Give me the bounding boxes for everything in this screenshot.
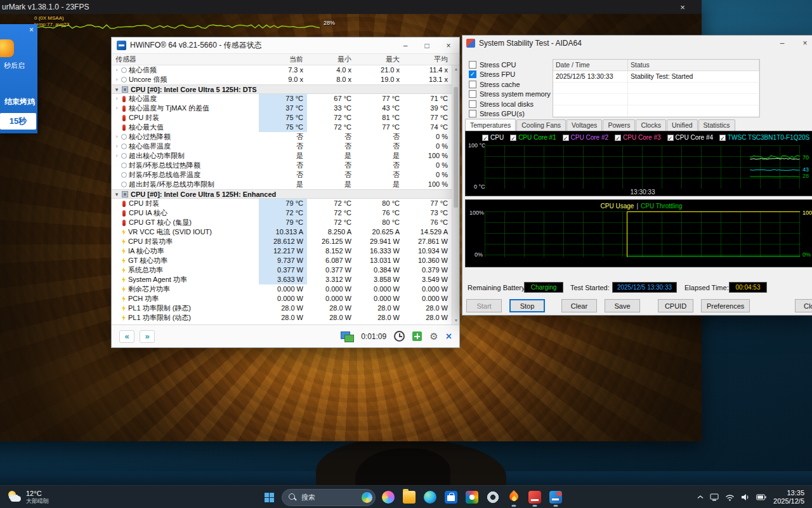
series-toggle[interactable]: ✓CPU Core #1 xyxy=(510,134,556,141)
sensor-row[interactable]: 核心最大值75 °C72 °C77 °C74 °C xyxy=(112,123,452,132)
start-button[interactable]: Start xyxy=(466,299,502,312)
close-sensors-icon[interactable]: × xyxy=(446,331,452,342)
clear-button[interactable]: Clear xyxy=(561,299,597,312)
sensor-row[interactable]: 封装/环形总线临界温度否否否0 % xyxy=(112,170,452,180)
furmark-titlebar[interactable]: urMark v1.38.1.0 - 23FPS × xyxy=(0,0,702,14)
sensor-row[interactable]: CPU 封装功率28.612 W26.125 W29.941 W27.861 W xyxy=(112,237,452,246)
tab-unified[interactable]: Unified xyxy=(667,119,698,131)
checkbox-icon[interactable] xyxy=(469,100,476,108)
column-sensor[interactable]: 传感器 xyxy=(112,55,259,64)
taskbar-app-copilot[interactable] xyxy=(378,487,398,507)
series-toggle[interactable]: ✓CPU Core #4 xyxy=(667,134,713,141)
taskbar-app-settings[interactable] xyxy=(483,487,502,507)
column-current[interactable]: 当前 xyxy=(259,55,307,64)
checkbox-icon[interactable]: ✓ xyxy=(719,135,726,141)
scrollbar-thumb[interactable] xyxy=(454,87,458,208)
sensor-row[interactable]: CPU GT 核心 (集显)79 °C72 °C80 °C76 °C xyxy=(112,218,452,227)
sensor-row[interactable]: 超出封装/环形总线功率限制是是是100 % xyxy=(112,180,452,189)
report-icon[interactable] xyxy=(412,331,422,341)
hwinfo-section-header[interactable]: ▾CPU [#0]: Intel Core Ultra 5 125H: DTS xyxy=(112,84,452,94)
sensor-row[interactable]: ›核心温度与 TjMAX 的差值37 °C33 °C43 °C39 °C xyxy=(112,104,452,113)
sensor-row[interactable]: PL1 功率限制 (静态)28.0 W28.0 W28.0 W28.0 W xyxy=(112,304,452,313)
close-icon[interactable]: × xyxy=(438,37,459,54)
sensors-icon[interactable] xyxy=(341,331,353,342)
tab-clocks[interactable]: Clocks xyxy=(636,119,666,131)
sensor-row[interactable]: CPU 封装75 °C72 °C81 °C77 °C xyxy=(112,113,452,123)
minimize-icon[interactable]: – xyxy=(395,37,416,54)
checkbox-icon[interactable] xyxy=(469,61,476,69)
sensor-row[interactable]: System Agent 功率3.633 W3.312 W3.858 W3.54… xyxy=(112,275,452,284)
close-icon[interactable]: × xyxy=(29,25,34,34)
vertical-scrollbar[interactable]: ▲ ▼ xyxy=(452,65,459,324)
sensor-row[interactable]: ›核心倍频7.3 x4.0 x21.0 x11.4 x xyxy=(112,65,452,75)
gear-icon[interactable]: ⚙ xyxy=(429,331,438,341)
stress-option[interactable]: Stress GPU(s) xyxy=(469,109,551,119)
helper-seconds-button[interactable]: 15秒 xyxy=(0,113,36,130)
stop-button[interactable]: Stop xyxy=(509,299,545,312)
checkbox-icon[interactable] xyxy=(469,90,476,98)
monitor-icon[interactable] xyxy=(707,488,722,506)
sensor-row[interactable]: ›核心温度73 °C67 °C77 °C71 °C xyxy=(112,94,452,104)
sensor-row[interactable]: VR VCC 电流 (SVID IOUT)10.313 A8.250 A20.6… xyxy=(112,227,452,237)
forward-icon[interactable]: » xyxy=(140,330,155,343)
sensor-row[interactable]: ›核心过热降额否否否0 % xyxy=(112,132,452,142)
sensor-row[interactable]: ›核心临界温度否否否0 % xyxy=(112,142,452,151)
sensor-row[interactable]: CPU IA 核心72 °C72 °C76 °C73 °C xyxy=(112,208,452,218)
sensor-row[interactable]: PL1 功率限制 (动态)28.0 W28.0 W28.0 W28.0 W xyxy=(112,313,452,323)
checkbox-icon[interactable]: ✓ xyxy=(482,135,488,141)
stress-option[interactable]: ✓Stress FPU xyxy=(469,70,551,80)
preferences-button[interactable]: Preferences xyxy=(701,299,750,312)
taskbar-app-furmark[interactable] xyxy=(504,487,523,507)
stress-option[interactable]: Stress cache xyxy=(469,79,551,90)
hwinfo-section-header[interactable]: ▾CPU [#0]: Intel Core Ultra 5 125H: Enha… xyxy=(112,189,452,199)
sensor-row[interactable]: GT 核心功率9.737 W6.087 W13.031 W10.360 W xyxy=(112,256,452,265)
wifi-icon[interactable] xyxy=(722,488,738,506)
checkbox-icon[interactable] xyxy=(469,81,476,88)
checkbox-icon[interactable]: ✓ xyxy=(615,135,621,141)
series-toggle[interactable]: ✓CPU Core #2 xyxy=(563,134,608,141)
battery-icon[interactable] xyxy=(753,488,769,506)
hwinfo-titlebar[interactable]: HWiNFO® 64 v8.21-5660 - 传感器状态 – □ × xyxy=(112,37,459,54)
sensor-row[interactable]: IA 核心功率12.217 W8.152 W16.333 W10.934 W xyxy=(112,246,452,256)
clock-icon[interactable] xyxy=(394,331,405,342)
series-toggle[interactable]: ✓TWSC TSC3BN1T0-F1Q20S xyxy=(719,134,809,141)
taskbar-app-hwinfo[interactable] xyxy=(546,487,565,507)
aida64-titlebar[interactable]: System Stability Test - AIDA64 – × xyxy=(462,36,812,51)
sensor-row[interactable]: 剩余芯片功率0.000 W0.000 W0.000 W0.000 W xyxy=(112,284,452,294)
minimize-icon[interactable]: – xyxy=(771,36,794,51)
taskbar-search-box[interactable]: 搜索 xyxy=(282,489,376,506)
maximize-icon[interactable]: □ xyxy=(416,37,438,54)
stress-option[interactable]: Stress CPU xyxy=(469,60,551,70)
start-button[interactable] xyxy=(259,487,279,507)
cpu-throttling-label[interactable]: CPU Throttling xyxy=(641,203,682,210)
taskbar-app-aida64[interactable] xyxy=(525,487,544,507)
tab-cooling-fans[interactable]: Cooling Fans xyxy=(516,119,566,131)
taskbar-app-edge[interactable] xyxy=(420,487,440,507)
save-button[interactable]: Save xyxy=(605,299,640,312)
tab-powers[interactable]: Powers xyxy=(603,119,635,131)
close-icon[interactable]: × xyxy=(794,36,812,51)
taskbar-app-file-explorer[interactable] xyxy=(399,487,419,507)
taskbar-weather-widget[interactable]: 12°C 大部晴朗 xyxy=(3,486,54,508)
close-icon[interactable]: × xyxy=(672,0,693,14)
scroll-down-icon[interactable]: ▼ xyxy=(452,317,459,324)
series-toggle[interactable]: ✓CPU xyxy=(482,134,504,141)
checkbox-icon[interactable]: ✓ xyxy=(510,135,516,141)
sensor-row[interactable]: ›Uncore 倍频9.0 x8.0 x19.0 x13.1 x xyxy=(112,75,452,84)
sensor-row[interactable]: 封装/环形总线过热降额否否否0 % xyxy=(112,161,452,170)
checkbox-icon[interactable]: ✓ xyxy=(469,70,476,78)
cpuid-button[interactable]: CPUID xyxy=(658,299,693,312)
chevron-up-icon[interactable] xyxy=(694,488,707,506)
checkbox-icon[interactable] xyxy=(469,110,476,117)
column-max[interactable]: 最大 xyxy=(355,55,403,64)
tab-temperatures[interactable]: Temperatures xyxy=(465,119,516,131)
close-button[interactable]: Close xyxy=(795,299,812,312)
column-avg[interactable]: 平均 xyxy=(403,55,452,64)
sensor-row[interactable]: ›超出核心功率限制是是是100 % xyxy=(112,151,452,161)
taskbar-app-photos[interactable] xyxy=(462,487,481,507)
stress-option[interactable]: Stress system memory xyxy=(469,90,551,100)
stress-option[interactable]: Stress local disks xyxy=(469,99,551,109)
checkbox-icon[interactable]: ✓ xyxy=(667,135,674,141)
tab-statistics[interactable]: Statistics xyxy=(698,119,735,131)
cpu-usage-label[interactable]: CPU Usage xyxy=(601,203,634,210)
